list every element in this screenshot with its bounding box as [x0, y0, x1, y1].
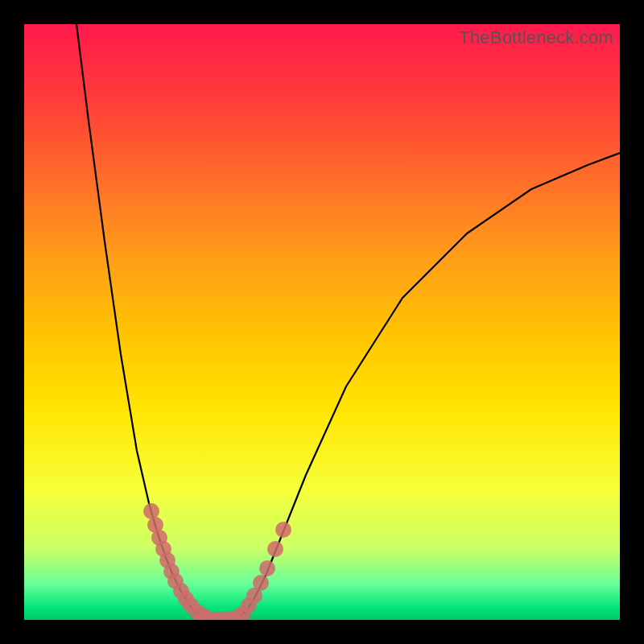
data-marker: [275, 522, 291, 538]
data-marker: [253, 575, 269, 591]
data-markers: [143, 503, 291, 620]
curve-layer: [24, 24, 620, 620]
data-marker: [143, 503, 159, 519]
chart-frame: TheBottleneck.com: [0, 0, 644, 644]
data-marker: [259, 560, 275, 576]
plot-area: TheBottleneck.com: [24, 24, 620, 620]
data-marker: [267, 541, 283, 557]
